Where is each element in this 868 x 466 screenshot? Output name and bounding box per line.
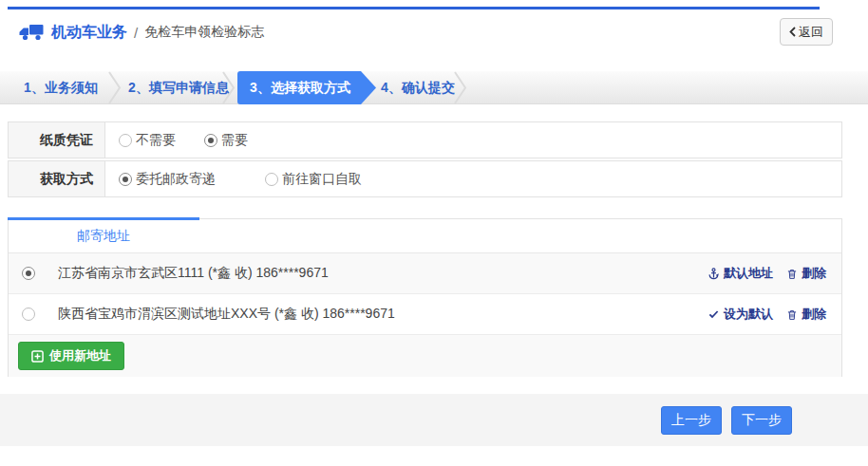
step-label: 4、确认提交 xyxy=(381,80,455,97)
use-new-address-button[interactable]: 使用新地址 xyxy=(18,342,124,370)
chevron-left-icon xyxy=(789,27,796,37)
address-row-1[interactable]: 江苏省南京市玄武区1111 (*鑫 收) 186****9671 默认地址 xyxy=(9,253,841,294)
delete-address-link[interactable]: 删除 xyxy=(786,306,826,323)
radio-unchecked-icon[interactable] xyxy=(119,134,132,147)
radio-checked-icon[interactable] xyxy=(204,134,217,147)
delete-label: 删除 xyxy=(802,265,826,282)
address-actions: 设为默认 删除 xyxy=(708,306,826,323)
footer-bar: 上一步 下一步 xyxy=(0,394,868,446)
delete-address-link[interactable]: 删除 xyxy=(786,265,826,282)
breadcrumb-separator: / xyxy=(134,25,138,41)
step-separator-icon xyxy=(454,71,467,104)
step-label: 1、业务须知 xyxy=(24,80,98,97)
option-no-need[interactable]: 不需要 xyxy=(119,132,176,149)
form-row-paper-voucher: 纸质凭证 不需要 需要 xyxy=(8,121,842,158)
step-4-confirm-submit: 4、确认提交 xyxy=(378,71,458,104)
page-title: 机动车业务 xyxy=(51,23,127,43)
anchor-icon xyxy=(708,268,720,280)
mailing-address-panel: 邮寄地址 江苏省南京市玄武区1111 (*鑫 收) 186****9671 默认… xyxy=(8,218,842,377)
paper-voucher-options: 不需要 需要 xyxy=(105,122,248,158)
step-label: 3、选择获取方式 xyxy=(250,80,350,97)
set-default-link[interactable]: 设为默认 xyxy=(708,306,773,323)
step-label: 2、填写申请信息 xyxy=(128,80,229,97)
default-address-label: 默认地址 xyxy=(724,265,773,282)
option-label: 委托邮政寄递 xyxy=(136,171,216,188)
step-3-choose-method-active: 3、选择获取方式 xyxy=(237,71,376,104)
option-pickup-at-window[interactable]: 前往窗口自取 xyxy=(265,171,362,188)
default-address-link[interactable]: 默认地址 xyxy=(708,265,773,282)
step-separator-icon xyxy=(108,71,122,104)
form-row-obtain-method: 获取方式 委托邮政寄递 前往窗口自取 xyxy=(8,160,842,197)
use-new-address-label: 使用新地址 xyxy=(49,347,111,364)
back-button[interactable]: 返回 xyxy=(780,18,833,46)
option-label: 前往窗口自取 xyxy=(282,171,362,188)
check-icon xyxy=(708,308,720,320)
page: 机动车业务 / 免检车申领检验标志 返回 1、业务须知 2、填写申请信息 3、选… xyxy=(0,0,868,466)
step-2-fill-info: 2、填写申请信息 xyxy=(125,71,232,104)
truck-icon xyxy=(19,24,44,41)
previous-step-button[interactable]: 上一步 xyxy=(661,406,722,435)
radio-unchecked-icon[interactable] xyxy=(22,308,35,321)
address-row-2[interactable]: 陕西省宝鸡市渭滨区测试地址XXX号 (*鑫 收) 186****9671 设为默… xyxy=(9,294,841,335)
tab-mailing-address[interactable]: 邮寄地址 xyxy=(9,219,198,252)
step-separator-icon xyxy=(222,71,236,104)
delete-label: 删除 xyxy=(802,306,826,323)
obtain-method-label: 获取方式 xyxy=(9,161,105,196)
option-postal-delivery[interactable]: 委托邮政寄递 xyxy=(119,171,216,188)
radio-checked-icon[interactable] xyxy=(119,173,132,186)
brand-accent-line xyxy=(8,7,820,9)
obtain-method-options: 委托邮政寄递 前往窗口自取 xyxy=(105,161,362,196)
step-1-notice: 1、业务须知 xyxy=(8,71,114,104)
paper-voucher-label: 纸质凭证 xyxy=(9,122,105,158)
set-default-label: 设为默认 xyxy=(724,306,773,323)
plus-square-icon xyxy=(31,350,44,363)
radio-checked-icon[interactable] xyxy=(22,267,35,280)
radio-unchecked-icon[interactable] xyxy=(265,173,278,186)
address-text: 陕西省宝鸡市渭滨区测试地址XXX号 (*鑫 收) 186****9671 xyxy=(58,306,395,323)
back-button-label: 返回 xyxy=(799,24,823,41)
option-label: 需要 xyxy=(221,132,248,149)
address-actions: 默认地址 删除 xyxy=(708,265,826,282)
step-wizard-bar: 1、业务须知 2、填写申请信息 3、选择获取方式 4、确认提交 xyxy=(0,71,868,104)
trash-icon xyxy=(786,308,798,321)
option-need[interactable]: 需要 xyxy=(204,132,248,149)
trash-icon xyxy=(786,268,798,280)
active-tab-indicator xyxy=(8,217,199,220)
next-step-button[interactable]: 下一步 xyxy=(731,406,792,435)
breadcrumb: 机动车业务 / 免检车申领检验标志 xyxy=(19,21,264,44)
address-tab-row: 邮寄地址 xyxy=(9,219,841,253)
address-button-area: 使用新地址 xyxy=(9,335,841,377)
page-subtitle: 免检车申领检验标志 xyxy=(144,24,264,41)
address-text: 江苏省南京市玄武区1111 (*鑫 收) 186****9671 xyxy=(58,265,329,282)
option-label: 不需要 xyxy=(136,132,176,149)
